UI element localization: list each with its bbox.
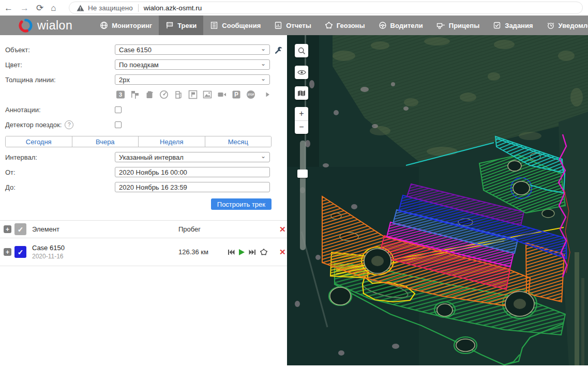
address-bar[interactable]: Не защищено wialon.azk-osmt.ru [69, 2, 583, 14]
globe-icon [100, 21, 108, 29]
object-select[interactable]: Case 6150 ⌄ [115, 44, 270, 55]
svg-text:STOP: STOP [248, 94, 254, 96]
eye-icon [297, 69, 306, 75]
from-datetime-input[interactable]: 2020 Ноябрь 16 00:00 [115, 167, 270, 177]
play-icon[interactable] [238, 249, 245, 256]
skip-to-end-icon[interactable] [249, 249, 256, 255]
parkings-icon[interactable]: P [230, 89, 243, 99]
video-icon[interactable] [216, 89, 228, 99]
interval-select-value: Указанный интервал [119, 153, 261, 161]
select-all-checkbox[interactable]: ✓ [14, 223, 26, 235]
tab-label: Задания [505, 22, 533, 29]
svg-text:3: 3 [119, 91, 122, 98]
tab-trailers[interactable]: Прицепы [430, 16, 486, 35]
tab-reports[interactable]: Отчеты [267, 16, 318, 35]
annotations-label: Аннотации: [5, 106, 115, 114]
events-flag-icon[interactable] [187, 89, 199, 99]
nav-tabs: Мониторинг Треки Сообщения Отчеты Геозон… [93, 16, 588, 35]
map-layers-button[interactable] [295, 86, 308, 100]
messages-icon [210, 21, 218, 29]
track-row: + ✓ Case 6150 2020-11-16 126.36 км ✕ [0, 238, 287, 266]
tab-label: Водители [390, 22, 423, 29]
browser-toolbar: ← → ⟳ ⌂ Не защищено wialon.azk-osmt.ru [0, 0, 588, 16]
reload-icon[interactable]: ⟳ [36, 4, 43, 12]
images-icon[interactable] [201, 89, 214, 99]
object-select-value: Case 6150 [119, 46, 261, 54]
url-text[interactable]: wialon.azk-osmt.ru [139, 4, 202, 12]
expand-row-button[interactable]: + [4, 248, 11, 256]
zoom-in-button[interactable]: + [295, 107, 308, 121]
remove-all-button[interactable]: ✕ [279, 225, 286, 233]
tab-tracks[interactable]: Треки [159, 16, 203, 35]
zoom-slider-track[interactable] [300, 141, 306, 250]
security-status[interactable]: Не защищено [88, 4, 139, 12]
period-today-button[interactable]: Сегодня [6, 136, 72, 147]
svg-text:P: P [234, 91, 238, 98]
tab-drivers[interactable]: Водители [372, 16, 430, 35]
help-icon[interactable]: ? [65, 120, 73, 129]
fuel-thefts-icon[interactable] [172, 89, 185, 99]
color-select-value: По поездкам [119, 61, 261, 69]
main-navbar: wialon Мониторинг Треки Сообщения Отчеты… [0, 16, 588, 35]
period-month-button[interactable]: Месяц [205, 136, 272, 147]
tab-notifications[interactable]: Уведомления [540, 16, 588, 35]
track-points-count-icon[interactable]: 3 [114, 89, 127, 99]
to-datetime-input[interactable]: 2020 Ноябрь 16 23:59 [115, 182, 270, 192]
back-icon[interactable]: ← [4, 4, 13, 12]
tab-label: Геозоны [337, 22, 365, 29]
tab-label: Треки [177, 22, 197, 29]
track-visibility-checkbox[interactable]: ✓ [14, 246, 26, 258]
tab-label: Отчеты [286, 22, 311, 29]
event-markers-icon[interactable] [129, 89, 141, 99]
track-list-header: + ✓ Элемент Пробег ✕ [0, 221, 287, 238]
wialon-logo[interactable]: wialon [19, 16, 72, 35]
geofence-icon [325, 21, 333, 29]
forward-icon[interactable]: → [20, 4, 29, 12]
annotations-checkbox[interactable] [115, 106, 122, 113]
color-select[interactable]: По поездкам ⌄ [115, 59, 270, 70]
alarm-clock-icon [547, 21, 555, 29]
expand-all-button[interactable]: + [4, 225, 11, 233]
geofence-outline-icon[interactable] [260, 248, 268, 256]
not-secure-warning-icon[interactable] [77, 5, 84, 11]
build-track-button[interactable]: Построить трек [211, 198, 272, 210]
zoom-out-button[interactable]: − [295, 121, 308, 134]
task-check-icon [493, 21, 501, 29]
remove-track-button[interactable]: ✕ [279, 248, 286, 256]
unit-settings-wrench-icon[interactable] [274, 45, 283, 54]
interval-select[interactable]: Указанный интервал ⌄ [115, 152, 270, 162]
speedings-icon[interactable] [158, 89, 170, 99]
track-mileage: 126.36 км [178, 248, 228, 256]
tab-geofences[interactable]: Геозоны [318, 16, 372, 35]
stops-icon[interactable]: STOP [245, 89, 257, 99]
skip-to-start-icon[interactable] [228, 249, 235, 255]
period-yesterday-button[interactable]: Вчера [72, 136, 139, 147]
map-search-button[interactable] [295, 44, 308, 57]
trip-detector-label: Детектор поездок: [5, 121, 62, 129]
tab-label: Сообщения [222, 22, 261, 29]
app-window: ← → ⟳ ⌂ Не защищено wialon.azk-osmt.ru w… [0, 0, 588, 369]
track-list: + ✓ Элемент Пробег ✕ + ✓ Case 6150 2020-… [0, 220, 287, 266]
home-icon[interactable]: ⌂ [51, 4, 56, 12]
tab-label: Уведомления [559, 22, 588, 29]
to-label: До: [5, 183, 115, 191]
map-canvas[interactable] [287, 35, 588, 365]
map-container[interactable]: + − [287, 35, 588, 365]
map-visibility-button[interactable] [295, 66, 308, 79]
period-week-button[interactable]: Неделя [138, 136, 205, 147]
trip-detector-checkbox[interactable] [115, 121, 122, 128]
map-zoom-control: + − [295, 107, 308, 134]
element-column-header: Элемент [32, 225, 178, 233]
follow-track-icon[interactable] [259, 89, 272, 99]
tab-messages[interactable]: Сообщения [203, 16, 267, 35]
object-label: Объект: [5, 46, 115, 54]
tracks-panel: Объект: Case 6150 ⌄ Цвет: По поездкам ⌄ … [0, 35, 287, 369]
search-icon [298, 47, 306, 55]
line-width-select[interactable]: 2px ⌄ [115, 74, 270, 85]
mileage-column-header: Пробег [178, 225, 228, 233]
fillings-icon[interactable] [143, 89, 156, 99]
tab-jobs[interactable]: Задания [486, 16, 539, 35]
steering-wheel-icon [379, 21, 387, 29]
zoom-slider-thumb[interactable] [297, 170, 308, 178]
tab-monitoring[interactable]: Мониторинг [93, 16, 159, 35]
